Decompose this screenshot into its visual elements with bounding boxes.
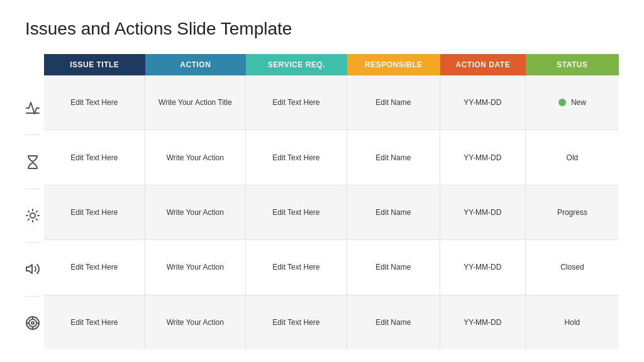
status-label: Hold (565, 318, 580, 327)
table-row: Edit Text HereWrite Your ActionEdit Text… (44, 295, 619, 349)
row-4-issue[interactable]: Edit Text Here (44, 240, 145, 294)
row-5-icon (25, 297, 40, 349)
svg-marker-2 (26, 265, 32, 273)
row-2-date[interactable]: YY-MM-DD (440, 130, 526, 184)
svg-point-5 (31, 322, 34, 324)
row-4-responsible[interactable]: Edit Name (347, 240, 440, 294)
row-2-status[interactable]: Old (526, 130, 619, 184)
main-table: ISSUE TITLE ACTION SERVICE REQ. RESPONSI… (44, 54, 619, 349)
row-1-issue[interactable]: Edit Text Here (44, 75, 145, 129)
row-2-service[interactable]: Edit Text Here (246, 130, 347, 184)
status-dot (558, 99, 566, 106)
row-3-icon (25, 189, 40, 243)
row-4-icon (25, 243, 40, 296)
row-2-icon (25, 135, 40, 189)
row-1-status[interactable]: New (526, 75, 619, 129)
row-4-action[interactable]: Write Your Action (145, 240, 247, 294)
row-5-service[interactable]: Edit Text Here (246, 295, 347, 349)
row-5-responsible[interactable]: Edit Name (347, 295, 440, 349)
status-label: New (571, 98, 586, 107)
page-title: Issues and Actions Slide Template (25, 19, 619, 39)
row-5-action[interactable]: Write Your Action (145, 295, 247, 349)
row-4-service[interactable]: Edit Text Here (246, 240, 347, 294)
row-1-date[interactable]: YY-MM-DD (440, 75, 526, 129)
row-3-action[interactable]: Write Your Action (145, 185, 247, 239)
header-status: STATUS (526, 54, 619, 75)
header-service: SERVICE REQ. (246, 54, 347, 75)
table-row: Edit Text HereWrite Your Action TitleEdi… (44, 75, 619, 130)
data-rows: Edit Text HereWrite Your Action TitleEdi… (44, 75, 619, 349)
row-5-status[interactable]: Hold (526, 295, 619, 349)
header-responsible: RESPONSIBLE (347, 54, 440, 75)
table-row: Edit Text HereWrite Your ActionEdit Text… (44, 240, 619, 295)
header-date: ACTION DATE (440, 54, 526, 75)
row-1-icon (25, 82, 40, 135)
svg-point-4 (29, 319, 36, 327)
row-2-responsible[interactable]: Edit Name (347, 130, 440, 184)
table-row: Edit Text HereWrite Your ActionEdit Text… (44, 185, 619, 240)
row-1-responsible[interactable]: Edit Name (347, 75, 440, 129)
status-label: Closed (560, 263, 584, 272)
row-3-service[interactable]: Edit Text Here (246, 185, 347, 239)
icon-column (25, 54, 40, 349)
row-4-status[interactable]: Closed (526, 240, 619, 294)
row-3-date[interactable]: YY-MM-DD (440, 185, 526, 239)
row-4-date[interactable]: YY-MM-DD (440, 240, 526, 294)
row-1-service[interactable]: Edit Text Here (246, 75, 347, 129)
row-2-action[interactable]: Write Your Action (145, 130, 247, 184)
row-5-date[interactable]: YY-MM-DD (440, 295, 526, 349)
row-3-responsible[interactable]: Edit Name (347, 185, 440, 239)
header-action: ACTION (145, 54, 247, 75)
table-wrapper: ISSUE TITLE ACTION SERVICE REQ. RESPONSI… (25, 54, 619, 349)
status-label: Progress (557, 208, 587, 217)
header-issue: ISSUE TITLE (44, 54, 145, 75)
row-5-issue[interactable]: Edit Text Here (44, 295, 145, 349)
row-3-issue[interactable]: Edit Text Here (44, 185, 145, 239)
row-1-action[interactable]: Write Your Action Title (145, 75, 247, 129)
table-row: Edit Text HereWrite Your ActionEdit Text… (44, 130, 619, 185)
svg-point-1 (30, 213, 35, 218)
row-2-issue[interactable]: Edit Text Here (44, 130, 145, 184)
status-label: Old (567, 153, 579, 162)
row-3-status[interactable]: Progress (526, 185, 619, 239)
header-row: ISSUE TITLE ACTION SERVICE REQ. RESPONSI… (44, 54, 619, 75)
